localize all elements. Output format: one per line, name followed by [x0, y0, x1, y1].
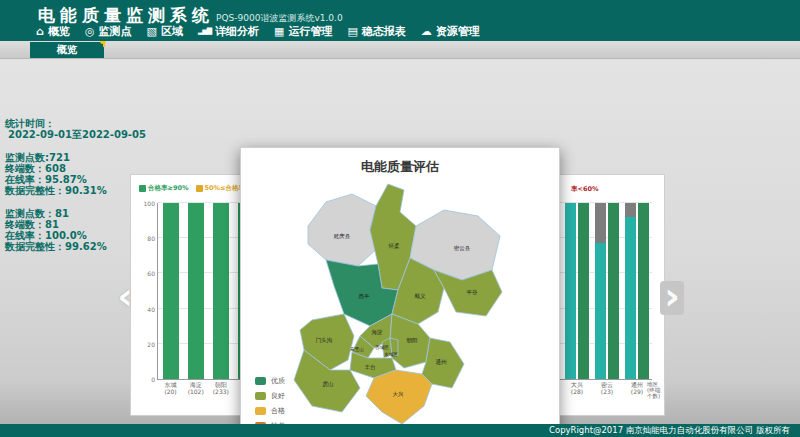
tab-strip: 概览	[0, 41, 800, 59]
y-tick-label: 0	[151, 376, 155, 383]
map-district-label: 顺义	[415, 293, 427, 299]
nav-item-label: 区域	[161, 24, 183, 39]
map-district-label: 平谷	[467, 289, 479, 295]
nav-item-label: 详细分析	[215, 24, 259, 39]
app-header: 电能质量监测系统PQS-9000谐波监测系统v1.0.0 ⌂概览◎监测点▧区域▂…	[0, 0, 800, 41]
map-legend-item: 良好	[255, 391, 285, 401]
home-icon: ⌂	[36, 26, 44, 37]
nav-item-report[interactable]: ▤稳态报表	[347, 24, 405, 39]
app-title-text: 电能质量监测系统	[38, 5, 214, 25]
tab-overview-label: 概览	[57, 43, 77, 57]
x-axis-label-name: 密云	[601, 381, 613, 388]
grid-icon: ▦	[274, 26, 284, 37]
map-district-label: 怀柔	[389, 242, 401, 249]
nav-item-label: 资源管理	[436, 24, 480, 39]
tab-overview[interactable]: 概览	[30, 42, 104, 58]
x-axis-label-name: 朝阳	[213, 381, 229, 388]
y-tick-label: 80	[147, 235, 155, 242]
map-title: 电能质量评估	[241, 158, 559, 176]
map-district-label: 海淀	[372, 329, 384, 336]
nav-item-region[interactable]: ▧区域	[146, 24, 182, 39]
map-legend-swatch	[255, 377, 266, 385]
map-legend-swatch	[255, 392, 266, 400]
axis-label-line: (终端个数)	[647, 387, 664, 399]
stats-line: 数据完整性：90.31%	[5, 185, 146, 196]
nav-item-label: 稳态报表	[362, 24, 406, 39]
stats-line: 在线率：95.87%	[5, 174, 146, 185]
x-axis-label-count: (29)	[631, 388, 643, 395]
map-district-label: 门头沟	[316, 337, 333, 344]
y-tick-label: 60	[147, 270, 155, 277]
map-district-label: 通州	[436, 358, 448, 365]
map-legend-swatch	[255, 407, 266, 415]
map-legend-label: 优质	[271, 376, 285, 386]
stats-line: 终端数：81	[5, 219, 146, 230]
map-district-label: 西城区	[375, 344, 389, 350]
x-axis-label-count: (102)	[188, 388, 204, 395]
app-subtitle: PQS-9000谐波监测系统v1.0.0	[216, 13, 343, 23]
right-chart-axis-label: 地区(终端个数)	[647, 381, 664, 399]
legend-item: 合格率≥90%	[139, 184, 189, 193]
legend-label: 合格率≥90%	[148, 184, 189, 193]
stats-group: 监测点数：81终端数：81在线率：100.0%数据完整性：99.62%	[5, 208, 146, 252]
stats-groups: 监测点数:721终端数：608在线率：95.87%数据完整性：90.31%监测点…	[5, 152, 146, 252]
bar-online-rate	[595, 243, 606, 379]
copyright-text: CopyRight@2017 南京灿能电力自动化股份有限公司 版权所有	[549, 425, 790, 435]
stats-line: 终端数：608	[5, 163, 146, 174]
map-district-label: 朝阳	[407, 337, 418, 344]
region-icon: ▧	[146, 26, 156, 37]
map-district-label: 房山	[323, 381, 334, 387]
x-axis-label: 大兴(28)	[571, 381, 583, 395]
bar-missing-cap	[625, 203, 636, 217]
nav-item-label: 监测点	[98, 24, 131, 39]
nav-item-points[interactable]: ◎监测点	[85, 24, 132, 39]
map-district-label: 延庆县	[333, 233, 351, 239]
legend-swatch	[196, 185, 203, 192]
x-axis-label: 朝阳(233)	[213, 381, 229, 395]
bar-qualification	[213, 203, 229, 379]
nav: ⌂概览◎监测点▧区域▂▅▇详细分析▦运行管理▤稳态报表☁资源管理	[36, 24, 480, 39]
bar-qualification	[188, 203, 204, 379]
bar-online-rate	[625, 217, 636, 379]
stats-line: 监测点数：81	[5, 208, 146, 219]
map-district-label: 石景山	[350, 346, 364, 352]
nav-item-resource[interactable]: ☁资源管理	[421, 24, 480, 39]
stats-line: 数据完整性：99.62%	[5, 241, 146, 252]
nav-item-operation[interactable]: ▦运行管理	[274, 24, 332, 39]
map-legend-label: 合格	[271, 406, 285, 416]
bar-online-rate	[565, 203, 576, 379]
x-axis-label-name: 通州	[631, 381, 643, 388]
bar-integrity-rate	[578, 203, 589, 379]
carousel-prev-button[interactable]: ‹	[112, 279, 138, 315]
x-axis-label-count: (233)	[213, 388, 229, 395]
nav-item-analysis[interactable]: ▂▅▇详细分析	[198, 24, 259, 39]
x-axis-label-count: (20)	[164, 388, 176, 395]
stats-group: 监测点数:721终端数：608在线率：95.87%数据完整性：90.31%	[5, 152, 146, 196]
target-icon: ◎	[85, 26, 95, 37]
map-legend-item: 优质	[255, 376, 285, 386]
x-axis-label: 海淀(102)	[188, 381, 204, 395]
bar-integrity-rate	[638, 203, 649, 379]
x-axis-label-name: 东城	[164, 381, 176, 388]
carousel-next-button[interactable]: ›	[660, 281, 684, 315]
stats-panel: 统计时间： 2022-09-01至2022-09-05 监测点数:721终端数：…	[5, 118, 146, 252]
stats-range: 2022-09-01至2022-09-05	[8, 129, 146, 140]
y-tick-label: 40	[147, 305, 155, 312]
x-axis-label-count: (28)	[571, 388, 583, 395]
y-tick-label: 20	[147, 340, 155, 347]
cloud-icon: ☁	[421, 26, 432, 37]
nav-item-overview[interactable]: ⌂概览	[36, 24, 70, 39]
map-district[interactable]	[366, 370, 432, 424]
right-chart-legend-fragment: 率<60%	[571, 185, 599, 194]
stats-line: 监测点数:721	[5, 152, 146, 163]
bar-missing-cap	[595, 203, 606, 243]
bar-chart-icon: ▂▅▇	[198, 26, 211, 37]
bar-integrity-rate	[608, 203, 619, 379]
beijing-map: 延庆县怀柔密云县昌平顺义平谷门头沟海淀石景山朝阳西城区东城区丰台通州房山大兴	[286, 178, 521, 428]
map-legend-label: 良好	[271, 391, 285, 401]
content-area: 统计时间： 2022-09-01至2022-09-05 监测点数:721终端数：…	[0, 59, 800, 424]
nav-item-label: 概览	[48, 24, 70, 39]
report-icon: ▤	[347, 26, 357, 37]
nav-item-label: 运行管理	[288, 24, 332, 39]
stats-line: 在线率：100.0%	[5, 230, 146, 241]
